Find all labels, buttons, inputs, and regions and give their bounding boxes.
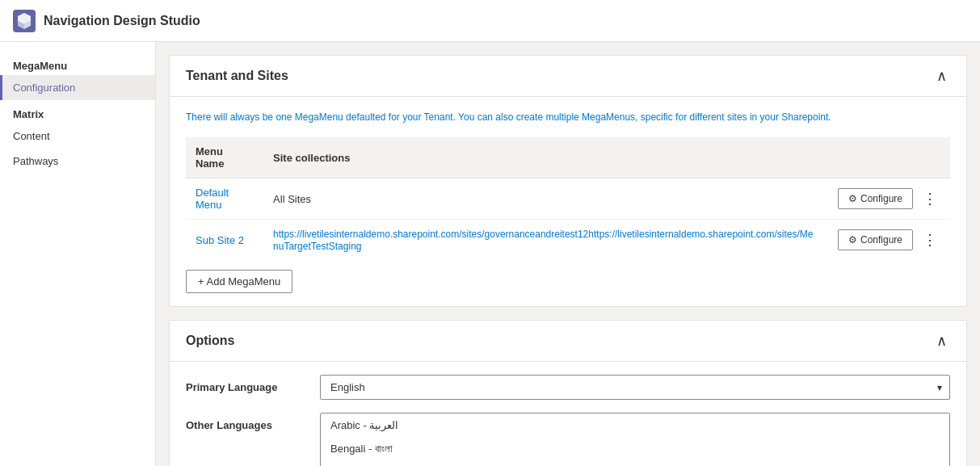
table-row: Default Menu All Sites ⚙ Configure [186, 178, 950, 220]
col-actions [828, 137, 950, 178]
tenant-sites-collapse-button[interactable]: ∧ [933, 69, 950, 83]
app-title: Navigation Design Studio [44, 14, 200, 28]
options-collapse-button[interactable]: ∧ [933, 334, 950, 348]
primary-language-control: English Arabic - العربية Bengali - বাংলা… [320, 375, 950, 400]
primary-language-label: Primary Language [186, 375, 307, 393]
configure-button-row2[interactable]: ⚙ Configure [838, 229, 913, 250]
tenant-sites-card-header: Tenant and Sites ∧ [170, 56, 966, 97]
table-header-row: Menu Name Site collections [186, 137, 950, 178]
configure-button-row1[interactable]: ⚙ Configure [838, 188, 913, 209]
row-actions: ⚙ Configure ⋮ [838, 229, 940, 250]
options-card: Options ∧ Primary Language English Arabi… [169, 320, 967, 466]
primary-language-select[interactable]: English Arabic - العربية Bengali - বাংলা… [320, 375, 950, 400]
app-logo [13, 10, 36, 32]
options-card-body: Primary Language English Arabic - العربي… [170, 362, 966, 466]
site-collections-cell: https://livetilesinternaldemo.sharepoint… [263, 220, 828, 261]
gear-icon: ⚙ [848, 193, 857, 204]
add-megamenu-button[interactable]: + Add MegaMenu [186, 270, 292, 293]
list-item[interactable]: Danish [321, 461, 949, 466]
menu-table: Menu Name Site collections Default Menu … [186, 137, 950, 260]
more-button-row2[interactable]: ⋮ [919, 231, 940, 249]
main-content: Tenant and Sites ∧ There will always be … [156, 42, 980, 466]
list-item[interactable]: Arabic - العربية [321, 414, 949, 437]
app-header: Navigation Design Studio [0, 0, 980, 42]
other-languages-row: Other Languages Arabic - العربية Bengali… [186, 413, 950, 466]
more-button-row1[interactable]: ⋮ [919, 190, 940, 208]
row-actions-cell: ⚙ Configure ⋮ [828, 178, 950, 220]
primary-language-row: Primary Language English Arabic - العربي… [186, 375, 950, 400]
row-actions: ⚙ Configure ⋮ [838, 188, 940, 209]
options-title: Options [186, 334, 234, 348]
table-row: Sub Site 2 https://livetilesinternaldemo… [186, 220, 950, 261]
tenant-sites-title: Tenant and Sites [186, 69, 288, 83]
sidebar-item-content[interactable]: Content [0, 124, 155, 149]
list-item[interactable]: Bengali - বাংলা [321, 437, 949, 461]
primary-language-select-wrapper: English Arabic - العربية Bengali - বাংলা… [320, 375, 950, 400]
sidebar-item-pathways[interactable]: Pathways [0, 149, 155, 174]
sidebar-section-megamenu: MegaMenu [0, 52, 155, 75]
other-languages-label: Other Languages [186, 413, 307, 431]
options-card-header: Options ∧ [170, 321, 966, 362]
other-languages-control: Arabic - العربية Bengali - বাংলা Danish … [320, 413, 950, 466]
tenant-sites-card-body: There will always be one MegaMenu defaul… [170, 97, 966, 306]
sidebar: MegaMenu Configuration Matrix Content Pa… [0, 42, 156, 466]
sidebar-section-matrix: Matrix [0, 100, 155, 124]
col-site-collections: Site collections [263, 137, 828, 178]
menu-name-cell: Default Menu [186, 178, 263, 220]
site-collections-cell: All Sites [263, 178, 828, 220]
sidebar-item-configuration[interactable]: Configuration [0, 75, 155, 100]
language-list[interactable]: Arabic - العربية Bengali - বাংলা Danish … [320, 413, 950, 466]
menu-name-cell: Sub Site 2 [186, 220, 263, 261]
tenant-sites-card: Tenant and Sites ∧ There will always be … [169, 55, 967, 307]
tenant-sites-description: There will always be one MegaMenu defaul… [186, 110, 950, 124]
row-actions-cell: ⚙ Configure ⋮ [828, 220, 950, 261]
col-menu-name: Menu Name [186, 137, 263, 178]
gear-icon: ⚙ [848, 234, 857, 246]
